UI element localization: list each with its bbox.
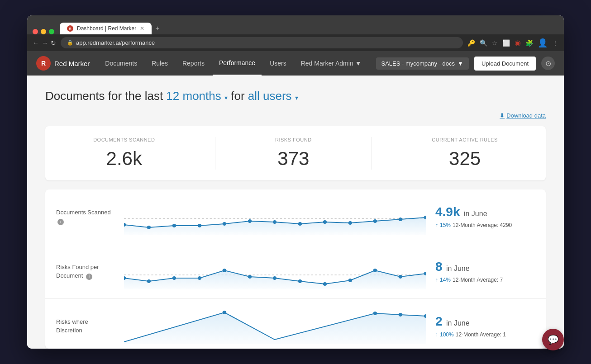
tab-close-button[interactable]: ✕ <box>140 25 144 32</box>
download-icon: ⬇ <box>500 112 505 119</box>
maximize-traffic-light[interactable] <box>49 29 54 34</box>
svg-point-22 <box>248 275 252 279</box>
chart-period-0: in June <box>464 210 487 217</box>
stat-value-0: 2.6k <box>93 148 155 170</box>
brand-name: Red Marker <box>54 60 90 67</box>
minimize-traffic-light[interactable] <box>41 29 46 34</box>
browser-window: R Dashboard | Red Marker ✕ + ← → ↻ 🔒 app… <box>27 15 564 349</box>
tab-title: Dashboard | Red Marker <box>77 25 136 32</box>
chat-bubble-button[interactable]: 💬 <box>542 329 564 350</box>
svg-point-28 <box>399 275 403 279</box>
stat-documents-scanned: DOCUMENTS SCANNED 2.6k <box>93 137 155 170</box>
brand-initial: R <box>41 60 46 67</box>
puzzle-icon[interactable]: 🧩 <box>525 39 533 47</box>
stat-divider-2 <box>372 137 372 170</box>
svg-point-26 <box>348 279 353 282</box>
star-icon[interactable]: ☆ <box>492 39 498 47</box>
svg-point-13 <box>399 217 403 221</box>
svg-point-31 <box>223 311 227 314</box>
chart-svg-0 <box>124 199 426 235</box>
trend-label-0: 12-Month Average: 4290 <box>453 222 512 228</box>
chart-label-0: Documents Scanned i <box>56 208 115 226</box>
back-button[interactable]: ← <box>33 39 39 47</box>
svg-point-6 <box>223 222 227 226</box>
svg-point-20 <box>198 276 202 280</box>
trend-pct-2: 100% <box>440 331 454 338</box>
admin-dropdown-arrow: ▼ <box>355 60 362 67</box>
chart-info-icon-0[interactable]: i <box>57 219 64 225</box>
nav-reports[interactable]: Reports <box>176 51 211 76</box>
chart-area-2 <box>124 308 426 344</box>
nav-admin[interactable]: Red Marker Admin ▼ <box>295 51 368 76</box>
chart-main-val-1: 8 <box>435 260 443 274</box>
user-filter-dropdown[interactable]: all users ▾ <box>248 89 298 103</box>
chart-area-1 <box>124 253 426 289</box>
chart-row-1: Risks Found per Document i <box>45 244 546 299</box>
chat-icon: 💬 <box>548 334 559 345</box>
svg-point-18 <box>147 279 151 283</box>
nav-right: SALES - mycompany - docs ▼ Upload Docume… <box>376 57 555 71</box>
trend-arrow-1: ↑ <box>435 277 438 283</box>
menu-icon[interactable]: ⋮ <box>552 39 558 47</box>
context-dropdown-arrow: ▼ <box>458 60 463 67</box>
screen-icon[interactable]: ⬜ <box>502 39 510 47</box>
chart-period-2: in June <box>446 319 470 327</box>
brand: R Red Marker <box>36 56 90 71</box>
trend-pct-0: 15% <box>440 222 451 228</box>
chart-main-val-2: 2 <box>435 314 443 328</box>
chart-trend-2: ↑ 100% 12-Month Average: 1 <box>435 331 535 338</box>
new-tab-button[interactable]: + <box>152 23 163 34</box>
svg-marker-16 <box>124 270 426 289</box>
svg-point-24 <box>298 279 302 283</box>
address-bar[interactable]: 🔒 app.redmarker.ai/performance <box>61 37 463 48</box>
upload-document-button[interactable]: Upload Document <box>474 57 536 71</box>
nav-documents[interactable]: Documents <box>99 51 143 76</box>
stats-card: DOCUMENTS SCANNED 2.6k RISKS FOUND 373 C… <box>45 126 546 180</box>
trend-label-1: 12-Month Average: 7 <box>453 277 503 283</box>
nav-users[interactable]: Users <box>263 51 293 76</box>
profile-icon[interactable]: 👤 <box>538 38 548 48</box>
svg-point-12 <box>373 219 377 223</box>
stat-label-1: RISKS FOUND <box>275 137 312 142</box>
chart-row-0: Documents Scanned i <box>45 189 546 244</box>
time-filter-dropdown[interactable]: 12 months ▾ <box>166 89 231 103</box>
address-bar-container: ← → ↻ 🔒 app.redmarker.ai/performance 🔑 🔍… <box>27 34 564 51</box>
chart-trend-1: ↑ 14% 12-Month Average: 7 <box>435 277 535 283</box>
page-content: Documents for the last 12 months ▾ for a… <box>27 76 564 349</box>
page-title: Documents for the last 12 months ▾ for a… <box>45 89 546 103</box>
browser-tab[interactable]: R Dashboard | Red Marker ✕ <box>60 23 152 34</box>
app-navbar: R Red Marker Documents Rules Reports Per… <box>27 51 564 76</box>
chart-stats-0: 4.9k in June ↑ 15% 12-Month Average: 429… <box>435 205 535 228</box>
chart-stats-1: 8 in June ↑ 14% 12-Month Average: 7 <box>435 260 535 283</box>
key-icon[interactable]: 🔑 <box>467 39 475 47</box>
download-row: ⬇ Download data <box>45 112 546 119</box>
trend-arrow-2: ↑ <box>435 331 438 338</box>
chart-trend-0: ↑ 15% 12-Month Average: 4290 <box>435 222 535 228</box>
svg-point-27 <box>373 269 377 272</box>
forward-button[interactable]: → <box>42 39 48 47</box>
svg-point-32 <box>373 312 377 315</box>
close-traffic-light[interactable] <box>33 29 38 34</box>
chart-info-icon-1[interactable]: i <box>86 274 92 280</box>
nav-performance[interactable]: Performance <box>213 51 262 76</box>
user-avatar[interactable]: ⊙ <box>541 57 555 70</box>
refresh-button[interactable]: ↻ <box>51 39 56 47</box>
trend-arrow-0: ↑ <box>435 222 438 228</box>
stat-value-1: 373 <box>275 148 312 170</box>
svg-point-11 <box>348 221 353 225</box>
zoom-icon[interactable]: 🔍 <box>480 39 487 47</box>
stat-risks-found: RISKS FOUND 373 <box>275 137 312 170</box>
chart-label-2: Risks where Discretion <box>56 317 115 335</box>
download-data-link[interactable]: ⬇ Download data <box>500 112 546 119</box>
stat-value-2: 325 <box>432 148 498 170</box>
svg-point-4 <box>172 224 176 227</box>
svg-point-10 <box>323 220 327 224</box>
chart-svg-1 <box>124 253 426 289</box>
browser-chrome: R Dashboard | Red Marker ✕ + <box>27 15 564 34</box>
chart-row-2: Risks where Discretion <box>45 299 546 349</box>
nav-rules[interactable]: Rules <box>145 51 174 76</box>
redmarker-ext-icon[interactable]: ◉ <box>515 38 521 47</box>
context-selector[interactable]: SALES - mycompany - docs ▼ <box>376 57 469 70</box>
user-icon: ⊙ <box>545 59 551 68</box>
stat-label-0: DOCUMENTS SCANNED <box>93 137 155 142</box>
